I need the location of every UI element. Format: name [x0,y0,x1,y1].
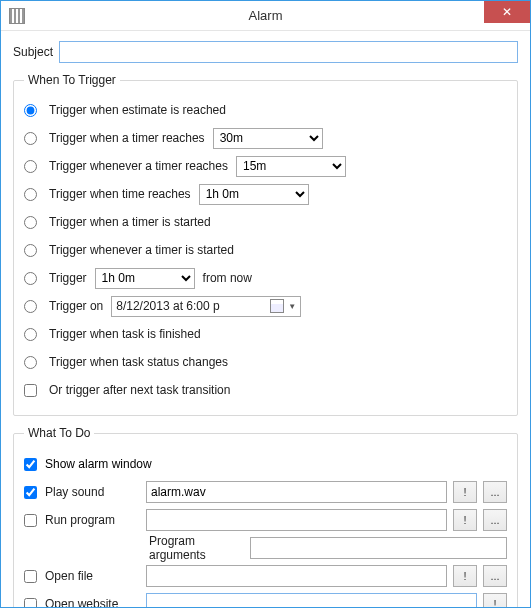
show-window-row: Show alarm window [24,450,507,478]
label-fromnow-post: from now [203,271,252,285]
label-play-sound: Play sound [45,485,140,499]
opt-after-transition-row: Or trigger after next task transition [24,377,507,403]
opt-whenever-started-row: Trigger whenever a timer is started [24,237,507,263]
browse-file-button[interactable]: ... [483,565,507,587]
test-website-button[interactable]: ! [483,593,507,608]
titlebar: Alarm ✕ [1,1,530,31]
ellipsis-icon: ... [490,486,499,498]
label-fromnow-pre: Trigger [49,271,87,285]
input-program-args[interactable] [250,537,507,559]
radio-time-reaches[interactable] [24,188,37,201]
program-args-row: Program arguments [24,534,507,562]
window-title: Alarm [1,8,530,23]
opt-fromnow-row: Trigger 1h 0m from now [24,265,507,291]
ellipsis-icon: ... [490,570,499,582]
opt-timer-reaches-row: Trigger when a timer reaches 30m [24,125,507,151]
date-text: 8/12/2013 at 6:00 p [116,299,266,313]
check-open-file[interactable] [24,570,37,583]
ellipsis-icon: ... [490,514,499,526]
label-triggeron: Trigger on [49,299,103,313]
check-after-transition[interactable] [24,384,37,397]
open-website-row: Open website ! [24,590,507,608]
trigger-legend: When To Trigger [24,73,120,87]
opt-triggeron-row: Trigger on 8/12/2013 at 6:00 p ▼ [24,293,507,319]
opt-timer-started-row: Trigger when a timer is started [24,209,507,235]
label-after-transition: Or trigger after next task transition [49,383,230,397]
label-open-file: Open file [45,569,140,583]
test-sound-button[interactable]: ! [453,481,477,503]
opt-status-changes-row: Trigger when task status changes [24,349,507,375]
combo-timer-reaches[interactable]: 30m [213,128,323,149]
bang-icon: ! [463,486,466,498]
bang-icon: ! [493,598,496,608]
radio-fromnow[interactable] [24,272,37,285]
calendar-icon [270,299,284,313]
browse-sound-button[interactable]: ... [483,481,507,503]
bang-icon: ! [463,570,466,582]
radio-status-changes[interactable] [24,356,37,369]
label-whenever-started: Trigger whenever a timer is started [49,243,234,257]
test-file-button[interactable]: ! [453,565,477,587]
subject-input[interactable] [59,41,518,63]
label-open-website: Open website [45,597,140,608]
bang-icon: ! [463,514,466,526]
label-time-reaches: Trigger when time reaches [49,187,191,201]
opt-task-finished-row: Trigger when task is finished [24,321,507,347]
check-run-program[interactable] [24,514,37,527]
open-file-row: Open file ! ... [24,562,507,590]
play-sound-row: Play sound ! ... [24,478,507,506]
input-play-sound[interactable] [146,481,447,503]
action-group: What To Do Show alarm window Play sound … [13,426,518,608]
opt-time-reaches-row: Trigger when time reaches 1h 0m [24,181,507,207]
content-area: Subject When To Trigger Trigger when est… [1,31,530,608]
radio-estimate[interactable] [24,104,37,117]
radio-whenever-reaches[interactable] [24,160,37,173]
datepicker-triggeron[interactable]: 8/12/2013 at 6:00 p ▼ [111,296,301,317]
label-status-changes: Trigger when task status changes [49,355,228,369]
close-button[interactable]: ✕ [484,1,530,23]
input-open-website[interactable] [146,593,477,608]
check-open-website[interactable] [24,598,37,609]
test-program-button[interactable]: ! [453,509,477,531]
label-timer-started: Trigger when a timer is started [49,215,211,229]
radio-triggeron[interactable] [24,300,37,313]
subject-row: Subject [13,41,518,63]
action-legend: What To Do [24,426,94,440]
label-whenever-reaches: Trigger whenever a timer reaches [49,159,228,173]
opt-whenever-reaches-row: Trigger whenever a timer reaches 15m [24,153,507,179]
label-program-args: Program arguments [149,534,244,562]
radio-task-finished[interactable] [24,328,37,341]
label-timer-reaches: Trigger when a timer reaches [49,131,205,145]
subject-label: Subject [13,45,53,59]
label-run-program: Run program [45,513,140,527]
opt-estimate-row: Trigger when estimate is reached [24,97,507,123]
input-run-program[interactable] [146,509,447,531]
trigger-group: When To Trigger Trigger when estimate is… [13,73,518,416]
input-open-file[interactable] [146,565,447,587]
check-play-sound[interactable] [24,486,37,499]
radio-timer-reaches[interactable] [24,132,37,145]
label-task-finished: Trigger when task is finished [49,327,201,341]
combo-time-reaches[interactable]: 1h 0m [199,184,309,205]
label-show-window: Show alarm window [45,457,152,471]
combo-whenever-reaches[interactable]: 15m [236,156,346,177]
check-show-window[interactable] [24,458,37,471]
radio-timer-started[interactable] [24,216,37,229]
chevron-down-icon: ▼ [288,302,296,311]
combo-fromnow[interactable]: 1h 0m [95,268,195,289]
label-estimate: Trigger when estimate is reached [49,103,226,117]
radio-whenever-started[interactable] [24,244,37,257]
close-icon: ✕ [502,5,512,19]
browse-program-button[interactable]: ... [483,509,507,531]
run-program-row: Run program ! ... [24,506,507,534]
